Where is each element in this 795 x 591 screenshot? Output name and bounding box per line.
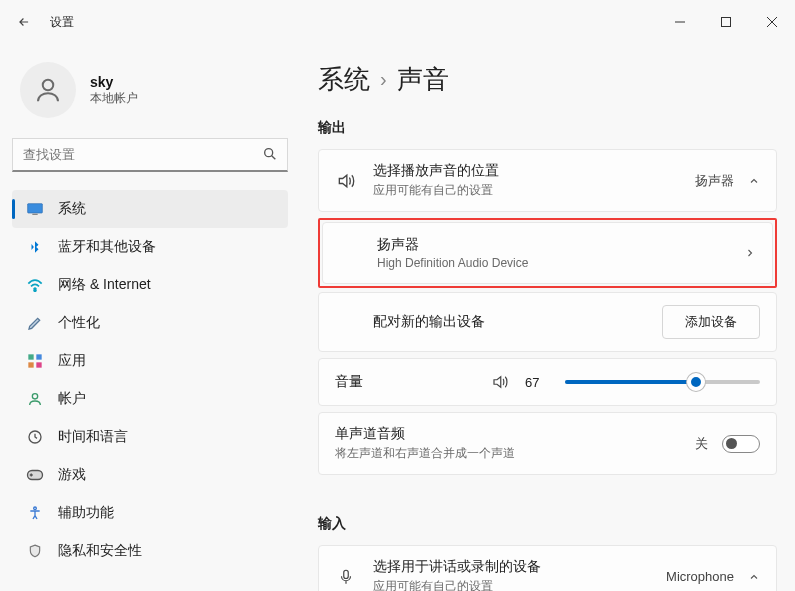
search-box[interactable] bbox=[12, 138, 288, 172]
sidebar-item-label: 网络 & Internet bbox=[58, 276, 151, 294]
speaker-sub: High Definition Audio Device bbox=[377, 256, 728, 270]
sidebar-item-personalize[interactable]: 个性化 bbox=[12, 304, 288, 342]
svg-line-6 bbox=[272, 156, 276, 160]
back-button[interactable] bbox=[14, 12, 34, 32]
breadcrumb: 系统 › 声音 bbox=[318, 62, 777, 97]
sidebar-item-label: 系统 bbox=[58, 200, 86, 218]
volume-label: 音量 bbox=[335, 373, 475, 391]
mono-title: 单声道音频 bbox=[335, 425, 679, 443]
sidebar-item-label: 帐户 bbox=[58, 390, 86, 408]
volume-value: 67 bbox=[525, 375, 549, 390]
sidebar-item-privacy[interactable]: 隐私和安全性 bbox=[12, 532, 288, 570]
avatar-icon bbox=[20, 62, 76, 118]
svg-rect-1 bbox=[722, 18, 731, 27]
minimize-button[interactable] bbox=[657, 6, 703, 38]
output-device-selector[interactable]: 选择播放声音的位置 应用可能有自己的设置 扬声器 bbox=[318, 149, 777, 212]
sidebar-item-label: 蓝牙和其他设备 bbox=[58, 238, 156, 256]
svg-rect-11 bbox=[36, 354, 41, 359]
nav-list: 系统蓝牙和其他设备网络 & Internet个性化应用帐户时间和语言游戏辅助功能… bbox=[12, 190, 288, 570]
pair-label: 配对新的输出设备 bbox=[373, 313, 662, 331]
sidebar-item-gaming[interactable]: 游戏 bbox=[12, 456, 288, 494]
chevron-right-icon: › bbox=[380, 68, 387, 91]
sidebar-item-time[interactable]: 时间和语言 bbox=[12, 418, 288, 456]
output-selector-title: 选择播放声音的位置 bbox=[373, 162, 679, 180]
sidebar: sky 本地帐户 系统蓝牙和其他设备网络 & Internet个性化应用帐户时间… bbox=[0, 44, 300, 591]
mono-audio-card[interactable]: 单声道音频 将左声道和右声道合并成一个声道 关 bbox=[318, 412, 777, 475]
section-input-label: 输入 bbox=[318, 515, 777, 533]
svg-rect-8 bbox=[32, 214, 37, 215]
svg-rect-13 bbox=[36, 362, 41, 367]
svg-rect-12 bbox=[28, 362, 33, 367]
apps-icon bbox=[26, 352, 44, 370]
breadcrumb-root[interactable]: 系统 bbox=[318, 62, 370, 97]
svg-point-4 bbox=[43, 80, 54, 91]
sidebar-item-accessibility[interactable]: 辅助功能 bbox=[12, 494, 288, 532]
search-input[interactable] bbox=[12, 138, 288, 172]
output-selector-sub: 应用可能有自己的设置 bbox=[373, 182, 679, 199]
input-selector-title: 选择用于讲话或录制的设备 bbox=[373, 558, 650, 576]
highlighted-region: 扬声器 High Definition Audio Device bbox=[318, 218, 777, 288]
output-selector-value: 扬声器 bbox=[695, 172, 734, 190]
pair-output-device: 配对新的输出设备 添加设备 bbox=[318, 292, 777, 352]
mono-sub: 将左声道和右声道合并成一个声道 bbox=[335, 445, 679, 462]
accounts-icon bbox=[26, 390, 44, 408]
input-selector-sub: 应用可能有自己的设置 bbox=[373, 578, 650, 591]
main-content: 系统 › 声音 输出 选择播放声音的位置 应用可能有自己的设置 扬声器 bbox=[300, 44, 795, 591]
accessibility-icon bbox=[26, 504, 44, 522]
user-subtitle: 本地帐户 bbox=[90, 90, 138, 107]
system-icon bbox=[26, 200, 44, 218]
window-controls bbox=[657, 6, 795, 38]
svg-rect-18 bbox=[344, 570, 349, 578]
microphone-icon bbox=[335, 568, 357, 586]
svg-point-9 bbox=[34, 289, 36, 291]
maximize-button[interactable] bbox=[703, 6, 749, 38]
user-name: sky bbox=[90, 74, 138, 90]
sidebar-item-apps[interactable]: 应用 bbox=[12, 342, 288, 380]
mono-state: 关 bbox=[695, 435, 708, 453]
sidebar-item-label: 游戏 bbox=[58, 466, 86, 484]
svg-rect-10 bbox=[28, 354, 33, 359]
time-icon bbox=[26, 428, 44, 446]
sidebar-item-label: 辅助功能 bbox=[58, 504, 114, 522]
speaker-icon bbox=[335, 171, 357, 191]
sidebar-item-accounts[interactable]: 帐户 bbox=[12, 380, 288, 418]
svg-point-14 bbox=[32, 394, 37, 399]
speaker-device-item[interactable]: 扬声器 High Definition Audio Device bbox=[322, 222, 773, 284]
sidebar-item-label: 个性化 bbox=[58, 314, 100, 332]
sidebar-item-label: 隐私和安全性 bbox=[58, 542, 142, 560]
sidebar-item-label: 时间和语言 bbox=[58, 428, 128, 446]
user-account[interactable]: sky 本地帐户 bbox=[12, 54, 288, 138]
personalize-icon bbox=[26, 314, 44, 332]
volume-slider[interactable] bbox=[565, 380, 760, 384]
chevron-right-icon bbox=[744, 247, 756, 259]
chevron-up-icon bbox=[748, 571, 760, 583]
volume-icon[interactable] bbox=[491, 373, 509, 391]
sidebar-item-bluetooth[interactable]: 蓝牙和其他设备 bbox=[12, 228, 288, 266]
bluetooth-icon bbox=[26, 238, 44, 256]
chevron-up-icon bbox=[748, 175, 760, 187]
window-title: 设置 bbox=[50, 14, 74, 31]
input-selector-value: Microphone bbox=[666, 569, 734, 584]
titlebar: 设置 bbox=[0, 0, 795, 44]
svg-point-17 bbox=[34, 507, 37, 510]
mono-toggle[interactable] bbox=[722, 435, 760, 453]
svg-rect-7 bbox=[28, 204, 43, 213]
sidebar-item-network[interactable]: 网络 & Internet bbox=[12, 266, 288, 304]
sidebar-item-system[interactable]: 系统 bbox=[12, 190, 288, 228]
section-output-label: 输出 bbox=[318, 119, 777, 137]
svg-point-5 bbox=[265, 149, 273, 157]
privacy-icon bbox=[26, 542, 44, 560]
search-icon bbox=[262, 146, 278, 162]
close-button[interactable] bbox=[749, 6, 795, 38]
volume-card: 音量 67 bbox=[318, 358, 777, 406]
speaker-title: 扬声器 bbox=[377, 236, 728, 254]
network-icon bbox=[26, 276, 44, 294]
sidebar-item-label: 应用 bbox=[58, 352, 86, 370]
input-device-selector[interactable]: 选择用于讲话或录制的设备 应用可能有自己的设置 Microphone bbox=[318, 545, 777, 591]
breadcrumb-current: 声音 bbox=[397, 62, 449, 97]
gaming-icon bbox=[26, 466, 44, 484]
add-device-button[interactable]: 添加设备 bbox=[662, 305, 760, 339]
